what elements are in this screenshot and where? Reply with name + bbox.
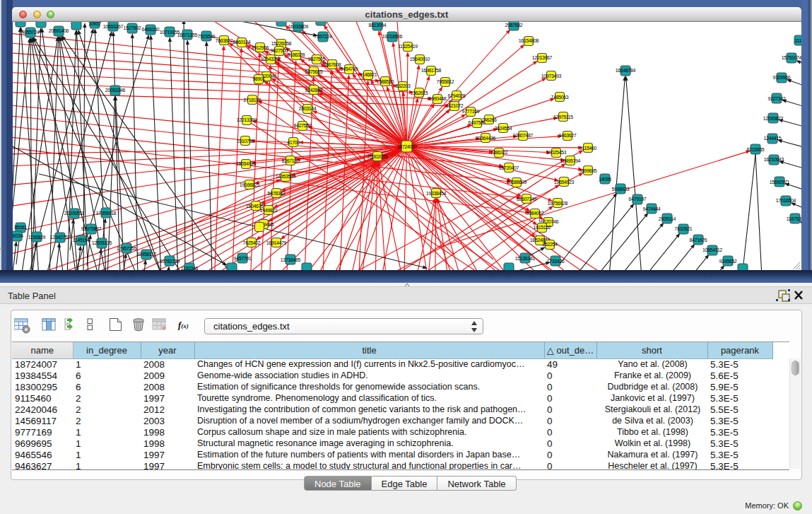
svg-text:5878342: 5878342	[268, 191, 286, 196]
svg-text:5875685: 5875685	[305, 69, 323, 74]
svg-text:1588520: 1588520	[377, 79, 394, 84]
svg-text:10973493: 10973493	[541, 74, 562, 78]
svg-text:8990448: 8990448	[429, 96, 447, 101]
svg-text:9899695: 9899695	[579, 168, 597, 173]
svg-text:12975115: 12975115	[553, 115, 573, 119]
svg-text:93975867: 93975867	[81, 226, 102, 231]
svg-text:20206551: 20206551	[64, 211, 85, 216]
svg-text:f(x): f(x)	[178, 320, 189, 330]
svg-text:20053346: 20053346	[105, 88, 126, 93]
svg-text:16648784: 16648784	[616, 68, 636, 73]
svg-text:5938923: 5938923	[612, 187, 630, 192]
svg-text:16154808: 16154808	[519, 38, 539, 43]
svg-text:41700: 41700	[287, 140, 300, 145]
svg-text:2087682: 2087682	[505, 23, 523, 28]
svg-text:39154: 39154	[13, 233, 23, 238]
svg-text:1156829: 1156829	[28, 235, 46, 240]
svg-text:9227342: 9227342	[768, 96, 786, 101]
svg-text:2935114: 2935114	[659, 216, 676, 221]
svg-text:8912956: 8912956	[252, 45, 269, 50]
svg-text:12213369: 12213369	[237, 117, 257, 122]
svg-text:7625402: 7625402	[243, 240, 261, 245]
svg-text:1145194: 1145194	[73, 238, 90, 243]
svg-text:10025453: 10025453	[546, 150, 567, 155]
svg-text:85061: 85061	[14, 225, 27, 230]
svg-text:2867608: 2867608	[324, 62, 341, 67]
svg-text:16495794: 16495794	[560, 158, 581, 163]
svg-text:25302033: 25302033	[367, 154, 388, 159]
svg-text:8215955: 8215955	[747, 147, 765, 152]
svg-text:19654923: 19654923	[554, 180, 575, 185]
svg-text:16033809: 16033809	[288, 24, 309, 29]
svg-text:3624554: 3624554	[495, 126, 512, 131]
svg-text:15226058: 15226058	[271, 41, 292, 46]
svg-text:1010755: 1010755	[237, 139, 254, 144]
svg-text:2803144: 2803144	[299, 106, 317, 111]
svg-text:19338454: 19338454	[426, 191, 447, 196]
svg-text:10543362: 10543362	[261, 57, 281, 62]
svg-text:98901: 98901	[252, 76, 265, 81]
svg-text:18607249: 18607249	[517, 197, 537, 201]
svg-text:18724007: 18724007	[397, 144, 418, 149]
svg-text:9146821: 9146821	[360, 72, 377, 77]
svg-text:12505135: 12505135	[92, 240, 112, 245]
svg-text:9242848: 9242848	[305, 88, 323, 93]
svg-text:16671355: 16671355	[177, 33, 198, 37]
svg-text:8471676: 8471676	[690, 238, 707, 243]
svg-text:8186328: 8186328	[288, 52, 305, 57]
svg-text:17016504: 17016504	[776, 198, 796, 203]
svg-text:8427552: 8427552	[294, 123, 312, 128]
svg-text:7485063: 7485063	[551, 95, 569, 100]
svg-text:8267130: 8267130	[282, 158, 300, 163]
svg-text:1449822: 1449822	[260, 208, 278, 213]
svg-text:1621072: 1621072	[446, 103, 464, 108]
svg-text:8660124: 8660124	[233, 40, 251, 45]
svg-text:15692971: 15692971	[770, 180, 790, 185]
svg-text:12093872: 12093872	[763, 116, 784, 121]
svg-text:9777169: 9777169	[462, 109, 480, 114]
svg-text:15136141: 15136141	[515, 256, 536, 261]
svg-text:2718176: 2718176	[244, 98, 261, 103]
svg-text:16961758: 16961758	[421, 68, 442, 73]
svg-text:6794028: 6794028	[448, 93, 466, 98]
svg-text:9527505: 9527505	[308, 57, 326, 62]
svg-text:1527602: 1527602	[124, 25, 141, 30]
svg-text:17359918: 17359918	[96, 211, 117, 216]
svg-text:9245652: 9245652	[719, 259, 737, 264]
svg-text:4055724: 4055724	[22, 30, 40, 35]
svg-text:7386322: 7386322	[490, 150, 508, 155]
svg-text:11325419: 11325419	[398, 44, 418, 49]
svg-text:20364436: 20364436	[476, 136, 496, 141]
svg-text:20691406: 20691406	[49, 28, 69, 33]
svg-text:832203: 832203	[395, 83, 411, 88]
svg-text:12342757: 12342757	[50, 235, 71, 240]
svg-text:10688609: 10688609	[507, 180, 527, 185]
svg-text:9463627: 9463627	[559, 133, 577, 138]
svg-text:1244415: 1244415	[764, 136, 782, 141]
svg-text:10782759: 10782759	[160, 259, 180, 264]
svg-text:9457791: 9457791	[234, 256, 252, 261]
svg-text:14353594: 14353594	[276, 174, 296, 179]
svg-text:12213967: 12213967	[532, 55, 553, 60]
svg-text:7515546: 7515546	[198, 34, 216, 39]
svg-text:19654925: 19654925	[236, 161, 257, 166]
svg-text:1733426: 1733426	[547, 259, 565, 264]
svg-text:6479197: 6479197	[629, 197, 647, 201]
svg-text:15751074: 15751074	[782, 55, 801, 60]
svg-text:10958117: 10958117	[136, 252, 156, 257]
svg-text:6466160: 6466160	[142, 27, 160, 32]
svg-text:13716485: 13716485	[281, 257, 301, 262]
svg-text:14095: 14095	[599, 177, 611, 182]
svg-text:19166825: 19166825	[240, 182, 260, 187]
svg-text:17957255: 17957255	[117, 246, 137, 251]
svg-text:19756928: 19756928	[548, 201, 568, 206]
svg-text:8813054: 8813054	[369, 23, 387, 28]
svg-text:9827505: 9827505	[271, 48, 288, 53]
svg-text:9329966: 9329966	[773, 75, 791, 80]
svg-text:15720407: 15720407	[499, 165, 519, 170]
svg-text:10807487: 10807487	[513, 133, 534, 138]
svg-text:9474444: 9474444	[643, 206, 661, 211]
svg-text:1192346: 1192346	[181, 266, 199, 270]
svg-text:1362615: 1362615	[411, 90, 428, 95]
svg-text:252254: 252254	[542, 242, 558, 247]
